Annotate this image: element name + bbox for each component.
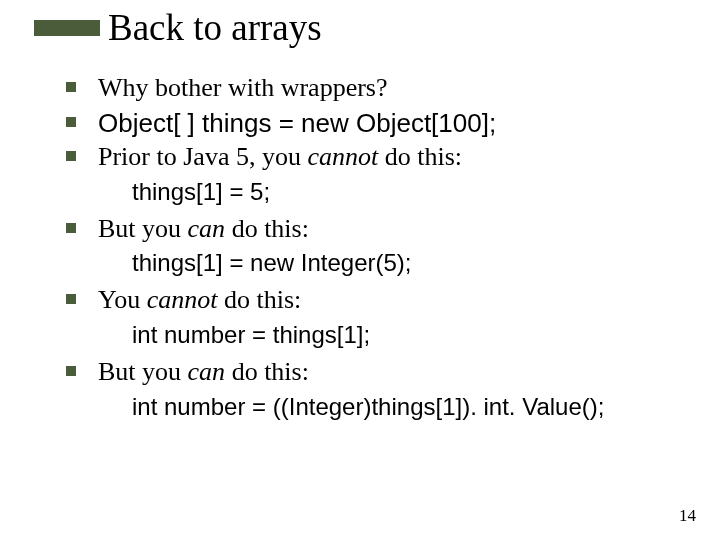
text-fragment-italic: can bbox=[188, 357, 226, 386]
bullet-square-icon bbox=[66, 366, 76, 376]
bullet-square-icon bbox=[66, 82, 76, 92]
text-fragment-italic: cannot bbox=[307, 142, 378, 171]
text-fragment: do this: bbox=[217, 285, 301, 314]
sub-bullet-text: things[1] = 5; bbox=[132, 176, 690, 207]
bullet-text: Prior to Java 5, you cannot do this: bbox=[98, 141, 462, 174]
slide-title: Back to arrays bbox=[108, 6, 322, 49]
sub-bullet: int number = things[1]; bbox=[132, 319, 690, 350]
bullet-text: You cannot do this: bbox=[98, 284, 301, 317]
bullet-text: Object[ ] things = new Object[100]; bbox=[98, 107, 496, 140]
bullet-square-icon bbox=[66, 294, 76, 304]
sub-bullet-text: int number = ((Integer)things[1]). int. … bbox=[132, 391, 690, 422]
text-fragment-italic: cannot bbox=[147, 285, 218, 314]
text-fragment-italic: can bbox=[188, 214, 226, 243]
bullet-item: Why bother with wrappers? bbox=[66, 72, 690, 105]
bullet-item: But you can do this: bbox=[66, 213, 690, 246]
bullet-square-icon bbox=[66, 151, 76, 161]
bullet-item: Prior to Java 5, you cannot do this: bbox=[66, 141, 690, 174]
page-number: 14 bbox=[679, 506, 696, 526]
sub-bullet: things[1] = new Integer(5); bbox=[132, 247, 690, 278]
sub-bullet: int number = ((Integer)things[1]). int. … bbox=[132, 391, 690, 422]
bullet-text: Why bother with wrappers? bbox=[98, 72, 388, 105]
sub-bullet-text: int number = things[1]; bbox=[132, 319, 690, 350]
sub-bullet: things[1] = 5; bbox=[132, 176, 690, 207]
text-fragment: do this: bbox=[378, 142, 462, 171]
slide-content: Why bother with wrappers? Object[ ] thin… bbox=[66, 72, 690, 428]
bullet-item: But you can do this: bbox=[66, 356, 690, 389]
text-fragment: You bbox=[98, 285, 147, 314]
text-fragment: do this: bbox=[225, 357, 309, 386]
text-fragment: But you bbox=[98, 357, 188, 386]
text-fragment: do this: bbox=[225, 214, 309, 243]
bullet-square-icon bbox=[66, 117, 76, 127]
bullet-square-icon bbox=[66, 223, 76, 233]
text-fragment: But you bbox=[98, 214, 188, 243]
bullet-text: But you can do this: bbox=[98, 356, 309, 389]
bullet-item: Object[ ] things = new Object[100]; bbox=[66, 107, 690, 140]
bullet-text: But you can do this: bbox=[98, 213, 309, 246]
text-fragment: Prior to Java 5, you bbox=[98, 142, 307, 171]
slide: Back to arrays Why bother with wrappers?… bbox=[0, 0, 720, 540]
accent-bar bbox=[34, 20, 100, 36]
bullet-item: You cannot do this: bbox=[66, 284, 690, 317]
sub-bullet-text: things[1] = new Integer(5); bbox=[132, 247, 690, 278]
